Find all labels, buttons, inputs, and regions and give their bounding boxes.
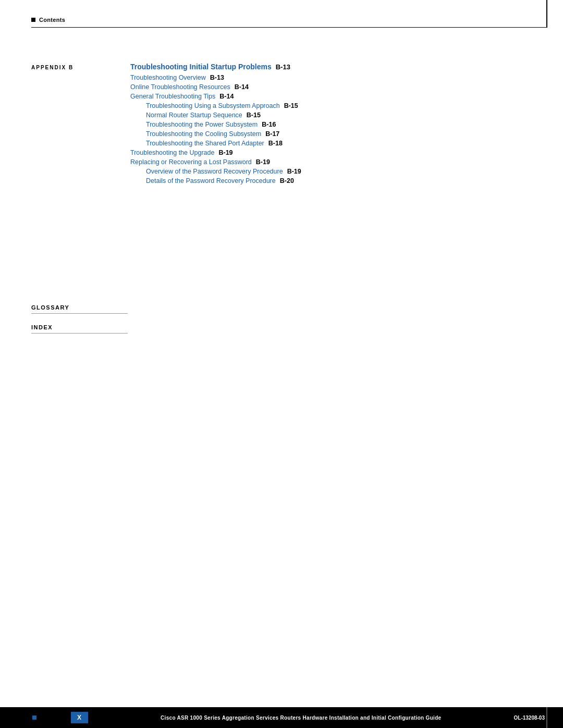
toc-entry-cooling-subsystem: Troubleshooting the Cooling Subsystem B-… bbox=[31, 130, 532, 138]
bottom-bullet-icon bbox=[32, 715, 36, 720]
toc-link-online-resources[interactable]: Online Troubleshooting Resources bbox=[130, 83, 230, 91]
toc-entry-password-overview: Overview of the Password Recovery Proced… bbox=[31, 168, 532, 175]
appendix-b-label: Appendix B bbox=[31, 65, 130, 70]
toc-page-normal-startup: B-15 bbox=[247, 112, 261, 119]
toc-entry-troubleshooting-overview: Troubleshooting Overview B-13 bbox=[31, 74, 532, 81]
toc-page-password-details: B-20 bbox=[280, 177, 294, 184]
toc-link-subsystem-approach[interactable]: Troubleshooting Using a Subsystem Approa… bbox=[146, 102, 280, 109]
toc-link-shared-port-adapter[interactable]: Troubleshooting the Shared Port Adapter bbox=[146, 140, 264, 147]
toc-page-upgrade: B-19 bbox=[218, 149, 232, 156]
appendix-b-row: Appendix B Troubleshooting Initial Start… bbox=[31, 63, 532, 71]
toc-entry-subsystem-approach: Troubleshooting Using a Subsystem Approa… bbox=[31, 102, 532, 109]
toc-link-upgrade[interactable]: Troubleshooting the Upgrade bbox=[130, 149, 214, 156]
main-content-area: Appendix B Troubleshooting Initial Start… bbox=[31, 63, 532, 187]
toc-page-password-recovery: B-19 bbox=[256, 158, 270, 166]
special-entries-container: Glossary Index bbox=[31, 302, 128, 334]
bottom-bar: X Cisco ASR 1000 Series Aggregation Serv… bbox=[0, 707, 563, 728]
appendix-b-page: B-13 bbox=[276, 63, 290, 71]
toc-entry-power-subsystem: Troubleshooting the Power Subsystem B-16 bbox=[31, 121, 532, 128]
contents-bullet-icon bbox=[31, 18, 35, 22]
toc-entry-password-recovery: Replacing or Recovering a Lost Password … bbox=[31, 158, 532, 166]
toc-link-password-details[interactable]: Details of the Password Recovery Procedu… bbox=[146, 177, 276, 184]
toc-page-shared-port-adapter: B-18 bbox=[268, 140, 283, 147]
toc-entry-upgrade: Troubleshooting the Upgrade B-19 bbox=[31, 149, 532, 156]
toc-link-normal-startup[interactable]: Normal Router Startup Sequence bbox=[146, 112, 242, 119]
toc-link-power-subsystem[interactable]: Troubleshooting the Power Subsystem bbox=[146, 121, 258, 128]
toc-entry-online-resources: Online Troubleshooting Resources B-14 bbox=[31, 83, 532, 91]
toc-entry-shared-port-adapter: Troubleshooting the Shared Port Adapter … bbox=[31, 140, 532, 147]
contents-header-label: Contents bbox=[39, 17, 65, 23]
toc-page-online-resources: B-14 bbox=[235, 83, 249, 91]
toc-page-troubleshooting-overview: B-13 bbox=[210, 74, 224, 81]
toc-link-troubleshooting-overview[interactable]: Troubleshooting Overview bbox=[130, 74, 206, 81]
toc-link-general-tips[interactable]: General Troubleshooting Tips bbox=[130, 93, 215, 100]
index-label[interactable]: Index bbox=[31, 324, 53, 330]
toc-page-power-subsystem: B-16 bbox=[262, 121, 276, 128]
bottom-page-number: X bbox=[71, 712, 88, 723]
toc-page-cooling-subsystem: B-17 bbox=[265, 130, 279, 138]
top-right-bar bbox=[546, 0, 547, 27]
appendix-b-title-link[interactable]: Troubleshooting Initial Startup Problems bbox=[130, 63, 272, 71]
toc-entry-general-tips: General Troubleshooting Tips B-14 bbox=[31, 93, 532, 100]
toc-link-password-recovery[interactable]: Replacing or Recovering a Lost Password bbox=[130, 158, 252, 166]
glossary-label[interactable]: Glossary bbox=[31, 304, 69, 311]
toc-page-subsystem-approach: B-15 bbox=[284, 102, 298, 109]
bottom-doc-number: OL-13208-03 bbox=[514, 715, 545, 721]
toc-entry-normal-startup: Normal Router Startup Sequence B-15 bbox=[31, 112, 532, 119]
toc-page-password-overview: B-19 bbox=[287, 168, 301, 175]
bottom-document-title: Cisco ASR 1000 Series Aggregation Servic… bbox=[88, 715, 514, 721]
glossary-row: Glossary bbox=[31, 302, 128, 314]
toc-entry-password-details: Details of the Password Recovery Procedu… bbox=[31, 177, 532, 184]
index-row: Index bbox=[31, 322, 128, 334]
toc-link-password-overview[interactable]: Overview of the Password Recovery Proced… bbox=[146, 168, 283, 175]
toc-link-cooling-subsystem[interactable]: Troubleshooting the Cooling Subsystem bbox=[146, 130, 261, 138]
bottom-right-bar bbox=[546, 707, 547, 728]
toc-page-general-tips: B-14 bbox=[219, 93, 234, 100]
top-border-line bbox=[31, 27, 547, 28]
